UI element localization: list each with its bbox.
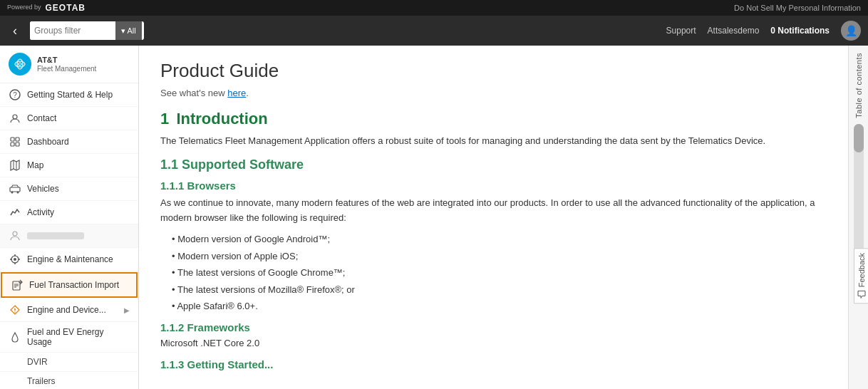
sidebar-item-trailers[interactable]: Trailers xyxy=(0,372,138,389)
page-title: Product Guide xyxy=(160,60,827,82)
sidebar: AT&T Fleet Management ? Getting Started … xyxy=(0,46,139,389)
main-layout: AT&T Fleet Management ? Getting Started … xyxy=(0,46,868,389)
notifications-badge[interactable]: 0 Notifications xyxy=(770,26,830,36)
toc-sidebar: Table of contents ‹ Feedback xyxy=(848,46,868,389)
toc-label[interactable]: Table of contents xyxy=(854,53,863,118)
svg-point-6 xyxy=(13,115,17,119)
list-item: Modern version of Google Android™; xyxy=(172,231,827,247)
engine-device-arrow: ▶ xyxy=(124,306,130,314)
list-item: Modern version of Apple iOS; xyxy=(172,248,827,264)
svg-point-19 xyxy=(14,258,16,261)
sidebar-scroll: ? Getting Started & Help Contact Dashboa… xyxy=(0,83,138,389)
sidebar-item-fuel-ev[interactable]: Fuel and EV Energy Usage xyxy=(0,322,138,353)
section-1-body: The Telematics Fleet Management Applicat… xyxy=(160,134,827,149)
toc-scroll-thumb xyxy=(854,124,864,152)
activity-label: Activity xyxy=(27,207,130,217)
getting-started-label: Getting Started & Help xyxy=(27,90,130,100)
groups-filter-input[interactable] xyxy=(30,21,115,40)
engine-maintenance-icon xyxy=(9,253,21,266)
sidebar-item-contact[interactable]: Contact xyxy=(0,107,138,130)
do-not-sell-text[interactable]: Do Not Sell My Personal Information xyxy=(734,4,861,12)
engine-device-icon xyxy=(9,304,21,316)
support-link[interactable]: Support xyxy=(666,26,696,36)
activity-icon xyxy=(9,206,21,219)
att-brand-sub: Fleet Management xyxy=(37,65,96,73)
svg-rect-7 xyxy=(11,138,14,141)
sidebar-item-getting-started[interactable]: ? Getting Started & Help xyxy=(0,83,138,107)
sidebar-item-activity[interactable]: Activity xyxy=(0,201,138,224)
section-11-heading: 1.1 Supported Software xyxy=(160,157,827,172)
see-whats-new: See what's new here. xyxy=(160,88,827,98)
trailers-label: Trailers xyxy=(27,376,130,386)
list-item: The latest versions of Google Chrome™; xyxy=(172,264,827,281)
geotab-logo: GEOTAB xyxy=(46,3,86,13)
user-blurred-label xyxy=(27,232,84,239)
groups-dropdown-button[interactable]: ▾ All xyxy=(115,21,142,40)
svg-point-15 xyxy=(11,192,14,194)
dropdown-label: ▾ All xyxy=(121,26,136,36)
nav-right: Support Attsalesdemo 0 Notifications 👤 xyxy=(666,21,861,41)
fuel-transaction-label: Fuel Transaction Import xyxy=(29,280,128,290)
sidebar-item-dashboard[interactable]: Dashboard xyxy=(0,130,138,154)
sidebar-item-vehicles[interactable]: Vehicles xyxy=(0,177,138,201)
fuel-ev-label: Fuel and EV Energy Usage xyxy=(27,327,130,347)
svg-marker-11 xyxy=(11,160,19,170)
svg-rect-8 xyxy=(16,138,19,141)
engine-maintenance-label: Engine & Maintenance xyxy=(27,254,130,264)
sidebar-item-engine-maintenance[interactable]: Engine & Maintenance xyxy=(0,248,138,271)
sidebar-item-map[interactable]: Map xyxy=(0,154,138,177)
section-111-heading: 1.1.1 Browsers xyxy=(160,180,827,192)
nav-bar: ‹ ▾ All Support Attsalesdemo 0 Notificat… xyxy=(0,16,868,46)
map-icon xyxy=(9,159,21,172)
svg-text:?: ? xyxy=(13,91,17,99)
search-area: ▾ All xyxy=(30,21,144,40)
sidebar-header: AT&T Fleet Management xyxy=(0,46,138,83)
svg-rect-10 xyxy=(16,142,19,146)
user-avatar: 👤 xyxy=(841,21,861,41)
section-111-intro: As we continue to innovate, many modern … xyxy=(160,196,827,226)
dashboard-icon xyxy=(9,135,21,148)
section-112-heading: 1.1.2 Frameworks xyxy=(160,321,827,333)
section-113-heading: 1.1.3 Getting Started... xyxy=(160,358,827,370)
svg-point-17 xyxy=(13,232,17,236)
att-brand: AT&T Fleet Management xyxy=(37,56,96,73)
section-112-body: Microsoft .NET Core 2.0 xyxy=(160,336,827,351)
att-brand-name: AT&T xyxy=(37,56,96,65)
vehicles-label: Vehicles xyxy=(27,184,130,194)
powered-by-text: Powered by xyxy=(7,4,41,11)
dvir-label: DVIR xyxy=(27,357,130,367)
username-text: Attsalesdemo xyxy=(708,26,760,36)
att-logo xyxy=(9,53,31,76)
svg-point-30 xyxy=(14,311,16,313)
sidebar-item-dvir[interactable]: DVIR xyxy=(0,353,138,372)
map-label: Map xyxy=(27,160,130,170)
user-section-icon xyxy=(9,229,21,242)
sidebar-item-fuel-transaction[interactable]: Fuel Transaction Import xyxy=(1,272,138,298)
content-area: Product Guide See what's new here. 1 Int… xyxy=(139,46,848,389)
svg-point-16 xyxy=(17,192,19,194)
svg-rect-14 xyxy=(10,187,20,192)
browsers-list: Modern version of Google Android™; Moder… xyxy=(160,231,827,314)
contact-label: Contact xyxy=(27,113,130,123)
engine-device-label: Engine and Device... xyxy=(27,305,118,315)
getting-started-icon: ? xyxy=(9,88,21,101)
top-bar: Powered by GEOTAB Do Not Sell My Persona… xyxy=(0,0,868,16)
back-button[interactable]: ‹ xyxy=(7,21,23,41)
vehicles-icon xyxy=(9,182,21,195)
fuel-transaction-icon xyxy=(11,279,24,291)
section-1-heading: 1 Introduction xyxy=(160,110,827,128)
sidebar-item-user[interactable] xyxy=(0,224,138,248)
feedback-button[interactable]: Feedback xyxy=(854,248,868,304)
svg-rect-9 xyxy=(11,142,14,146)
toc-scroll[interactable] xyxy=(854,124,864,266)
dashboard-label: Dashboard xyxy=(27,137,130,147)
fuel-ev-icon xyxy=(9,331,21,343)
sidebar-item-engine-device[interactable]: Engine and Device... ▶ xyxy=(0,299,138,322)
list-item: Apple Safari® 6.0+. xyxy=(172,298,827,314)
list-item: The latest versions of Mozilla® Firefox®… xyxy=(172,281,827,298)
contact-icon xyxy=(9,112,21,125)
here-link[interactable]: here xyxy=(227,88,246,98)
top-bar-left: Powered by GEOTAB xyxy=(7,3,86,13)
